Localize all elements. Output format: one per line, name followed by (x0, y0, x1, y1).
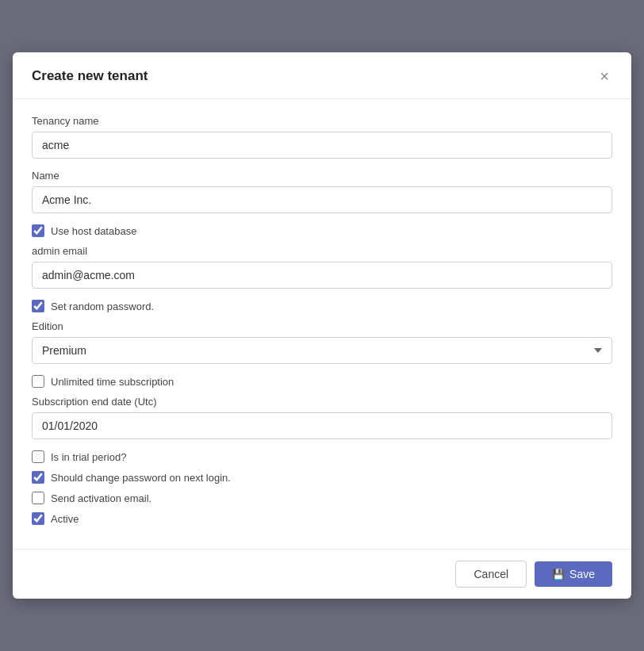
use-host-database-checkbox[interactable] (32, 224, 44, 237)
send-activation-label[interactable]: Send activation email. (51, 492, 151, 504)
is-trial-checkbox[interactable] (32, 450, 44, 463)
name-group: Name (32, 170, 612, 213)
unlimited-subscription-checkbox[interactable] (32, 375, 44, 388)
modal-footer: Cancel 💾 Save (13, 549, 631, 599)
should-change-password-checkbox[interactable] (32, 471, 44, 484)
close-button[interactable]: × (596, 67, 612, 86)
save-label: Save (569, 568, 595, 580)
modal-header: Create new tenant × (13, 52, 631, 99)
save-button[interactable]: 💾 Save (535, 561, 612, 587)
modal-title: Create new tenant (32, 68, 148, 84)
active-label[interactable]: Active (51, 513, 79, 525)
name-label: Name (32, 170, 612, 182)
subscription-end-date-group: Subscription end date (Utc) (32, 396, 612, 439)
tenancy-name-input[interactable] (32, 132, 612, 159)
edition-label: Edition (32, 320, 612, 332)
use-host-database-label[interactable]: Use host database (51, 225, 136, 237)
modal-body: Tenancy name Name Use host database admi… (13, 99, 631, 549)
subscription-end-date-input[interactable] (32, 412, 612, 439)
unlimited-subscription-label[interactable]: Unlimited time subscription (51, 376, 174, 388)
subscription-end-date-label: Subscription end date (Utc) (32, 396, 612, 408)
modal-dialog: Create new tenant × Tenancy name Name Us… (13, 52, 631, 599)
tenancy-name-label: Tenancy name (32, 115, 612, 127)
set-random-password-checkbox[interactable] (32, 300, 44, 312)
send-activation-checkbox[interactable] (32, 492, 44, 504)
name-input[interactable] (32, 186, 612, 213)
active-checkbox[interactable] (32, 512, 44, 525)
save-icon: 💾 (552, 569, 565, 580)
unlimited-subscription-row: Unlimited time subscription (32, 375, 612, 388)
set-random-password-row: Set random password. (32, 300, 612, 312)
tenancy-name-group: Tenancy name (32, 115, 612, 159)
admin-email-input[interactable] (32, 262, 612, 289)
cancel-button[interactable]: Cancel (455, 561, 527, 588)
use-host-database-row: Use host database (32, 224, 612, 237)
edition-group: Edition Premium Standard Basic (32, 320, 612, 364)
active-row: Active (32, 512, 612, 525)
edition-select[interactable]: Premium Standard Basic (32, 337, 612, 364)
send-activation-row: Send activation email. (32, 492, 612, 504)
is-trial-label[interactable]: Is in trial period? (51, 451, 126, 463)
should-change-password-label[interactable]: Should change password on next login. (51, 472, 231, 484)
set-random-password-label[interactable]: Set random password. (51, 301, 154, 312)
admin-email-group: admin email (32, 245, 612, 289)
modal-overlay: Create new tenant × Tenancy name Name Us… (0, 0, 644, 651)
is-trial-row: Is in trial period? (32, 450, 612, 463)
admin-email-label: admin email (32, 245, 612, 257)
should-change-password-row: Should change password on next login. (32, 471, 612, 484)
